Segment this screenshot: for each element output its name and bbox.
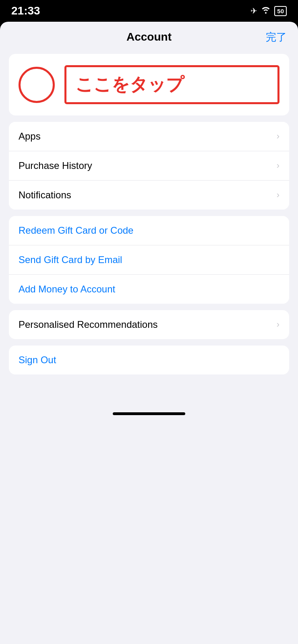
- menu-item-notifications[interactable]: Notifications ›: [9, 181, 289, 210]
- wifi-icon: [261, 6, 270, 16]
- menu-item-send-gift-label: Send Gift Card by Email: [19, 254, 122, 265]
- tap-here-text: ここをタップ: [75, 74, 184, 94]
- menu-item-add-money-label: Add Money to Account: [19, 284, 115, 295]
- menu-item-add-money[interactable]: Add Money to Account: [9, 275, 289, 304]
- menu-section-1: Apps › Purchase History › Notifications …: [9, 122, 289, 210]
- chevron-icon: ›: [277, 160, 279, 171]
- airplane-icon: ✈: [250, 6, 257, 16]
- menu-section-2: Redeem Gift Card or Code Send Gift Card …: [9, 216, 289, 304]
- menu-item-apps-label: Apps: [19, 131, 41, 142]
- tap-here-box[interactable]: ここをタップ: [64, 65, 279, 104]
- status-time: 21:33: [11, 4, 40, 17]
- menu-section-3: Personalised Recommendations ›: [9, 310, 289, 339]
- chevron-icon: ›: [277, 131, 279, 142]
- status-icons: ✈ 50: [250, 6, 287, 16]
- nav-title: Account: [126, 31, 172, 43]
- avatar: [19, 67, 55, 103]
- menu-item-personalised-recommendations[interactable]: Personalised Recommendations ›: [9, 310, 289, 339]
- chevron-icon: ›: [277, 190, 279, 200]
- profile-card[interactable]: ここをタップ: [9, 54, 289, 115]
- nav-bar: Account 完了: [0, 22, 298, 47]
- home-bar: [113, 412, 185, 415]
- menu-item-redeem-gift-card[interactable]: Redeem Gift Card or Code: [9, 216, 289, 245]
- menu-item-sign-out[interactable]: Sign Out: [9, 346, 289, 374]
- battery-icon: 50: [274, 6, 287, 16]
- menu-item-apps[interactable]: Apps ›: [9, 122, 289, 151]
- home-indicator: [0, 407, 298, 419]
- menu-section-4: Sign Out: [9, 346, 289, 374]
- menu-item-sign-out-label: Sign Out: [19, 354, 56, 366]
- menu-item-personalised-label: Personalised Recommendations: [19, 319, 158, 330]
- menu-item-redeem-label: Redeem Gift Card or Code: [19, 225, 133, 236]
- nav-done-button[interactable]: 完了: [266, 30, 287, 44]
- chevron-icon: ›: [277, 319, 279, 330]
- menu-item-purchase-history[interactable]: Purchase History ›: [9, 151, 289, 181]
- menu-item-send-gift-card[interactable]: Send Gift Card by Email: [9, 245, 289, 275]
- status-bar: 21:33 ✈ 50: [0, 0, 298, 22]
- menu-item-purchase-history-label: Purchase History: [19, 160, 92, 171]
- menu-item-notifications-label: Notifications: [19, 189, 71, 201]
- main-content: Account 完了 ここをタップ Apps › Purchase Histor…: [0, 22, 298, 644]
